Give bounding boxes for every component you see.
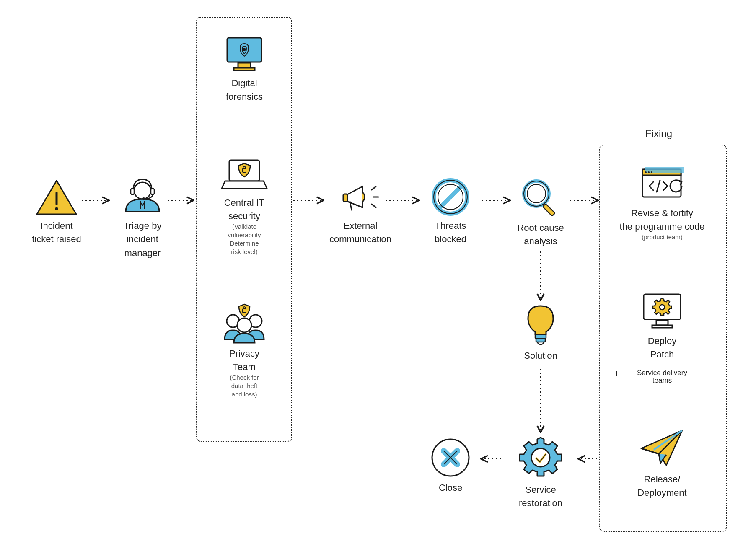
diagram-stage: Fixing Incident ticket raised Triage by … bbox=[0, 0, 756, 549]
arrows-layer bbox=[0, 0, 756, 549]
